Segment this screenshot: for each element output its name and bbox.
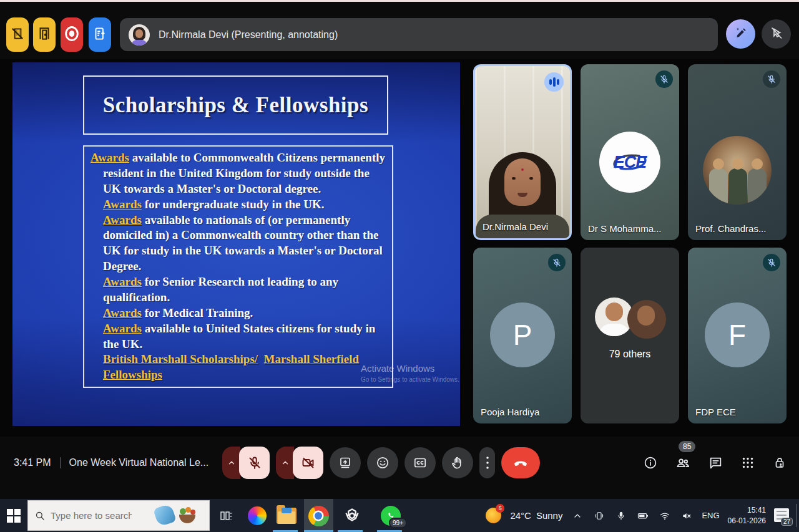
weather-condition: Sunny [536,510,563,521]
microphone-icon [616,511,626,521]
more-options-button[interactable] [479,447,495,478]
tray-overflow-button[interactable] [571,509,584,523]
file-explorer-icon [277,508,297,524]
camera-options-button[interactable] [276,447,294,479]
more-vertical-icon [486,455,489,470]
slide-title-box: Scholarships & Fellowships [83,75,388,135]
speaker-muted-icon [681,510,692,521]
meet-window: Dr.Nirmala Devi (Presenting, annotating)… [0,0,799,532]
people-panel-button[interactable]: 85 [675,455,691,471]
meeting-details-button[interactable] [643,455,658,470]
search-highlights[interactable] [155,506,197,525]
slide-bullet: Awards for Senior Research not leading t… [103,274,387,306]
tile-79-others[interactable]: 79 others [581,248,679,423]
stage: Scholarships & Fellowships Awards availa… [0,59,799,437]
task-view-icon [218,508,233,523]
participant-photo [703,136,772,205]
start-button[interactable] [0,499,27,532]
activities-button[interactable] [740,455,755,470]
whatsapp-button[interactable]: 99+ [380,505,402,527]
mic-mute-button[interactable] [239,447,270,479]
wifi-tray-button[interactable] [658,509,672,523]
notification-count-badge: 27 [781,518,793,526]
raise-hand-button[interactable] [442,447,473,478]
leave-call-button[interactable] [501,447,540,478]
copilot-button[interactable] [246,505,268,527]
chat-icon [708,455,723,471]
record-icon [63,25,81,45]
copilot-icon [248,506,267,525]
weather-temp: 24°C [510,510,531,521]
tile-dr-s-mohamma[interactable]: ECE Dr S Mohamma... [581,64,679,240]
battery-tray-button[interactable] [636,509,650,523]
taskbar-search[interactable] [27,500,210,531]
slide-bullet: Awards available to United States citize… [103,321,387,352]
show-desktop-divider[interactable] [797,504,797,527]
taskbar-clock[interactable]: 15:41 06-01-2026 [728,505,766,525]
captions-button[interactable] [404,447,436,478]
tile-label: Dr.Nirmala Devi [483,221,548,232]
presented-slide: Scholarships & Fellowships Awards availa… [12,62,460,426]
chrome-icon [308,506,329,526]
camera-control [276,447,323,479]
camera-off-icon [301,455,316,470]
chevron-up-icon [572,511,582,521]
whatsapp-icon: 99+ [381,506,401,526]
info-icon [643,455,658,470]
slide-body-box: Awards available to Commonwealth Citizen… [83,145,393,388]
divider [60,457,61,468]
chevron-up-icon [281,458,290,467]
action-center-button[interactable]: 27 [774,508,790,523]
phone-link-icon [594,510,605,521]
participant-initial-avatar: P [490,302,555,367]
file-explorer-button[interactable] [275,505,298,527]
presenter-avatar [129,24,150,46]
tile-fdp-ece[interactable]: F FDP ECE [688,248,787,423]
meeting-panel-buttons: 85 [643,445,787,480]
slide-bullet: Awards for Medical Training. [103,306,387,321]
mic-muted-icon [548,254,566,271]
mic-options-button[interactable] [222,447,240,479]
end-call-icon [512,455,529,471]
windows-taskbar: 99+ 5 24°C Sunny [0,499,799,532]
chatgpt-button[interactable] [341,505,363,527]
weather-text[interactable]: 24°C Sunny [510,510,562,521]
tile-prof-chandras[interactable]: Prof. Chandras... [688,64,787,240]
language-indicator[interactable]: ENG [702,511,719,520]
present-screen-button[interactable] [330,447,361,478]
microphone-tray-button[interactable] [614,509,628,523]
system-tray: 5 24°C Sunny ENG [485,499,799,532]
annotate-pen-button[interactable] [726,19,755,49]
extension-attendance-button[interactable] [6,17,29,52]
others-count-label: 79 others [581,349,679,360]
chatgpt-icon [343,506,361,525]
transcript-icon [92,26,108,44]
host-controls-button[interactable] [772,455,787,470]
task-view-button[interactable] [215,505,237,527]
participant-count-badge: 85 [679,441,695,452]
scroll-art-icon [153,503,177,527]
slide-title: Scholarships & Fellowships [103,93,368,118]
search-input[interactable] [51,510,132,521]
camera-off-button[interactable] [293,447,323,479]
your-phone-button[interactable] [592,509,606,523]
chrome-button[interactable] [307,505,330,527]
tile-pooja-hardiya[interactable]: P Pooja Hardiya [473,248,572,423]
volume-muted-button[interactable] [680,509,694,523]
presenter-pill: Dr.Nirmala Devi (Presenting, annotating) [120,18,718,51]
weather-button[interactable]: 5 [485,507,502,524]
ece-logo-text: ECE [614,153,647,172]
reactions-button[interactable] [367,447,398,478]
mic-control [222,447,270,479]
people-icon [675,455,691,471]
battery-icon [637,510,649,522]
pointer-off-button[interactable] [762,19,791,49]
chat-panel-button[interactable] [708,455,723,471]
tile-dr-nirmala-devi[interactable]: Dr.Nirmala Devi [473,64,572,240]
extension-transcript-button[interactable] [89,17,111,52]
meeting-info: 3:41 PM One Week Virtual National Le... [14,437,208,489]
activate-windows-watermark: Activate Windows Go to Settings to activ… [361,363,467,383]
extension-door-button[interactable] [33,17,56,52]
captions-icon [413,455,428,470]
extension-record-button[interactable] [61,17,83,52]
